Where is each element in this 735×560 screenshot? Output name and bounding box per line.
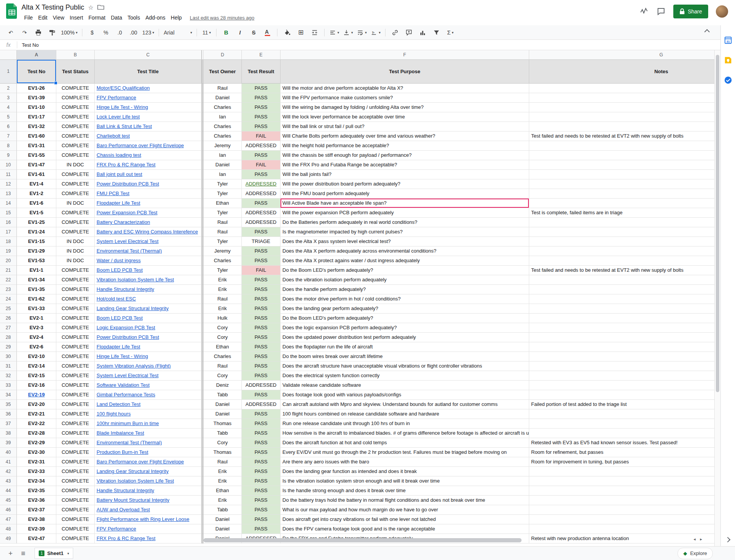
cell-test-owner[interactable]: Jeremy bbox=[203, 246, 242, 256]
cell-notes[interactable] bbox=[529, 515, 714, 524]
comments-icon[interactable] bbox=[656, 7, 666, 16]
cell-test-title[interactable]: Baro Performance over Flight Envelope bbox=[95, 141, 202, 151]
collapse-toolbar-button[interactable] bbox=[705, 30, 709, 34]
cell-test-title[interactable]: Lock Lever Life test bbox=[95, 112, 202, 122]
test-title-link[interactable]: Gimbal Performance Tests bbox=[97, 392, 155, 397]
cell-test-result[interactable]: ADDRESSED bbox=[242, 381, 281, 390]
cell-test-owner[interactable]: Erik bbox=[203, 496, 242, 505]
keep-icon[interactable] bbox=[724, 56, 732, 64]
row-number[interactable]: 3 bbox=[0, 93, 17, 103]
cell-test-result[interactable]: PASS bbox=[242, 151, 281, 160]
sheet-tab-sheet1[interactable]: 1 Sheet1 ▾ bbox=[34, 548, 73, 559]
cell-test-status[interactable]: COMPLETE bbox=[56, 496, 95, 505]
undo-button[interactable]: ↶ bbox=[4, 28, 17, 38]
cell-notes[interactable] bbox=[529, 246, 714, 256]
bold-button[interactable]: B bbox=[220, 28, 233, 38]
cell-test-title[interactable]: Motor/ESC Qualification bbox=[95, 84, 202, 93]
cell-test-result[interactable]: FAIL bbox=[242, 266, 281, 275]
cell-test-status[interactable]: COMPLETE bbox=[56, 333, 95, 342]
cell-test-no[interactable]: EV1-15 bbox=[17, 237, 56, 246]
test-title-link[interactable]: Power Distribution PCB Test bbox=[97, 334, 159, 340]
cell-test-no[interactable]: EV1-39 bbox=[17, 93, 56, 103]
col-header-f[interactable]: F bbox=[281, 50, 529, 60]
cell-test-no[interactable]: EV1-29 bbox=[17, 246, 56, 256]
cell-test-result[interactable]: PASS bbox=[242, 246, 281, 256]
menu-view[interactable]: View bbox=[50, 13, 67, 22]
cell-test-title[interactable]: Flight Performance with Ring Lever Loose bbox=[95, 515, 202, 524]
last-edit-status[interactable]: Last edit was 28 minutes ago bbox=[190, 15, 254, 21]
test-title-link[interactable]: System Level Electrical Test bbox=[97, 373, 159, 378]
cell-test-title[interactable]: Ball joint pull out test bbox=[95, 170, 202, 179]
row-number[interactable]: 40 bbox=[0, 448, 17, 457]
cell-test-owner[interactable]: Ethan bbox=[203, 199, 242, 208]
row-number[interactable]: 27 bbox=[0, 323, 17, 333]
cell-notes[interactable]: Retested with EV3 as EV5 had known senso… bbox=[529, 438, 714, 448]
cell-test-status[interactable]: COMPLETE bbox=[56, 122, 95, 131]
formula-input[interactable]: Test No bbox=[17, 42, 39, 48]
cell-test-owner[interactable]: Cory bbox=[203, 371, 242, 381]
cell-notes[interactable] bbox=[529, 371, 714, 381]
cell-test-title[interactable]: Power Distribution PCB Test bbox=[95, 179, 202, 189]
more-formats-select[interactable]: 123 ▾ bbox=[141, 28, 156, 38]
paint-format-button[interactable] bbox=[46, 28, 59, 38]
cell-test-status[interactable]: IN DOC bbox=[56, 160, 95, 170]
cell-header-notes[interactable]: Notes bbox=[529, 60, 714, 84]
cell-test-status[interactable]: COMPLETE bbox=[56, 524, 95, 534]
row-number[interactable]: 44 bbox=[0, 486, 17, 496]
cell-test-result[interactable]: ADDRESSED bbox=[242, 141, 281, 151]
menu-tools[interactable]: Tools bbox=[125, 13, 143, 22]
row-number[interactable]: 24 bbox=[0, 294, 17, 304]
cell-test-purpose[interactable]: What is our max payload and how much mar… bbox=[281, 505, 529, 515]
cell-test-result[interactable]: PASS bbox=[242, 256, 281, 266]
cell-test-status[interactable]: COMPLETE bbox=[56, 112, 95, 122]
cell-test-no[interactable]: EV1-25 bbox=[17, 218, 56, 227]
cell-test-title[interactable]: Gimbal Performance Tests bbox=[95, 390, 202, 400]
cell-notes[interactable]: Failed portion of test added to the tria… bbox=[529, 400, 714, 409]
test-title-link[interactable]: Handle Structural Integrity bbox=[97, 488, 154, 493]
zoom-select[interactable]: 100% ▾ bbox=[59, 28, 79, 38]
cell-test-result[interactable]: PASS bbox=[242, 467, 281, 476]
test-title-link[interactable]: Production Burn-in Test bbox=[97, 449, 148, 455]
row-number[interactable]: 48 bbox=[0, 524, 17, 534]
test-title-link[interactable]: Hinge Life Test - Wiring bbox=[97, 104, 148, 110]
test-title-link[interactable]: Hinge Life Test - Wiring bbox=[97, 353, 148, 359]
cell-test-purpose[interactable]: Will the chassis be stiff enough for pay… bbox=[281, 151, 529, 160]
cell-test-purpose[interactable]: Does the FPV camera footage look good an… bbox=[281, 524, 529, 534]
menu-help[interactable]: Help bbox=[168, 13, 185, 22]
row-number[interactable]: 17 bbox=[0, 227, 17, 237]
cell-test-no[interactable]: EV1-62 bbox=[17, 294, 56, 304]
row-number[interactable]: 41 bbox=[0, 457, 17, 467]
scroll-right-button[interactable]: ► bbox=[699, 537, 703, 541]
cell-test-title[interactable]: Landing Gear Structural Integrity bbox=[95, 304, 202, 314]
cell-test-result[interactable]: PASS bbox=[242, 122, 281, 131]
row-number[interactable]: 38 bbox=[0, 429, 17, 438]
cell-test-owner[interactable]: Daniel bbox=[203, 409, 242, 419]
row-number[interactable]: 10 bbox=[0, 160, 17, 170]
cell-test-result[interactable]: PASS bbox=[242, 314, 281, 323]
cell-test-owner[interactable]: Hulk bbox=[203, 314, 242, 323]
row-number[interactable]: 36 bbox=[0, 409, 17, 419]
cell-test-status[interactable]: COMPLETE bbox=[56, 151, 95, 160]
cell-test-title[interactable]: 100 flight hours bbox=[95, 409, 202, 419]
font-family-select[interactable]: Arial ▾ bbox=[162, 28, 194, 38]
row-number[interactable]: 43 bbox=[0, 476, 17, 486]
cell-notes[interactable] bbox=[529, 419, 714, 429]
cell-test-owner[interactable]: Tyler bbox=[203, 237, 242, 246]
cell-test-title[interactable]: Charliebolt test bbox=[95, 131, 202, 141]
menu-edit[interactable]: Edit bbox=[36, 13, 50, 22]
test-title-link[interactable]: Lock Lever Life test bbox=[97, 114, 140, 120]
cell-test-no[interactable]: EV1-60 bbox=[17, 131, 56, 141]
cell-notes[interactable] bbox=[529, 524, 714, 534]
row-number[interactable]: 28 bbox=[0, 333, 17, 342]
cell-notes[interactable] bbox=[529, 170, 714, 179]
cell-test-purpose[interactable]: Will the ball joints fail? bbox=[281, 170, 529, 179]
row-number[interactable]: 34 bbox=[0, 390, 17, 400]
cell-test-owner[interactable]: Charles bbox=[203, 122, 242, 131]
test-title-link[interactable]: Software Validation Test bbox=[97, 382, 149, 388]
row-number[interactable]: 1 bbox=[0, 60, 17, 84]
cell-test-no[interactable]: EV1-24 bbox=[17, 227, 56, 237]
cell-test-owner[interactable]: Raul bbox=[203, 294, 242, 304]
cell-test-status[interactable]: COMPLETE bbox=[56, 476, 95, 486]
cell-notes[interactable]: Room for refinement, but passes bbox=[529, 448, 714, 457]
row-number[interactable]: 12 bbox=[0, 179, 17, 189]
